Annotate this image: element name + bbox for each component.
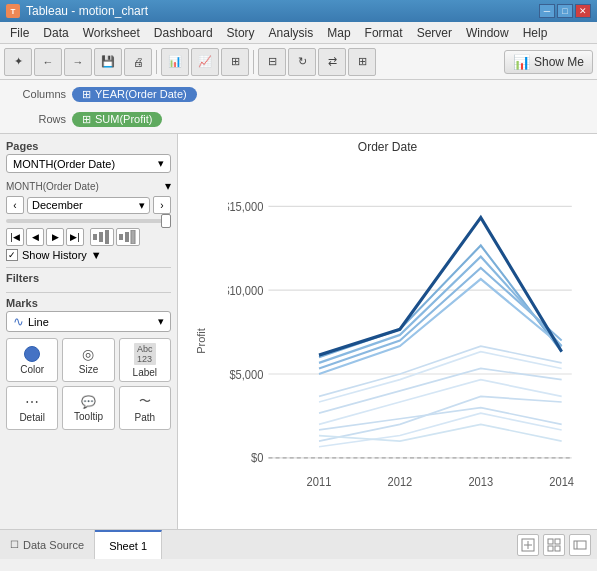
marks-tooltip-button[interactable]: 💬 Tooltip <box>62 386 114 430</box>
svg-text:2014: 2014 <box>549 474 574 488</box>
play-prev-button[interactable]: ◀ <box>26 228 44 246</box>
timeline-slider-thumb[interactable] <box>161 214 171 228</box>
menu-worksheet[interactable]: Worksheet <box>77 24 146 42</box>
marks-color-button[interactable]: Color <box>6 338 58 382</box>
pages-dropdown[interactable]: MONTH(Order Date) ▾ <box>6 154 171 173</box>
svg-rect-1 <box>99 232 103 242</box>
marks-color-label: Color <box>20 364 44 375</box>
marks-size-label: Size <box>79 364 98 375</box>
speed-slow-button[interactable] <box>90 228 114 246</box>
close-button[interactable]: ✕ <box>575 4 591 18</box>
line-chart-icon: ∿ <box>13 314 24 329</box>
marks-grid: Color ◎ Size Abc123 Label ⋯ Detail 💬 Too… <box>6 338 171 430</box>
path-icon: 〜 <box>139 393 151 410</box>
toolbar-chart-btn1[interactable]: 📊 <box>161 48 189 76</box>
svg-text:$5,000: $5,000 <box>229 367 263 381</box>
svg-rect-0 <box>93 234 97 240</box>
color-circle-icon <box>24 346 40 362</box>
new-sheet-button[interactable] <box>517 534 539 556</box>
data-source-tab[interactable]: ☐ Data Source <box>0 530 95 559</box>
toolbar-refresh-btn[interactable]: ↻ <box>288 48 316 76</box>
month-value-arrow: ▾ <box>139 199 145 212</box>
menu-window[interactable]: Window <box>460 24 515 42</box>
datasource-checkbox-icon: ☐ <box>10 539 19 550</box>
speed-medium-button[interactable] <box>116 228 140 246</box>
play-button[interactable]: ▶ <box>46 228 64 246</box>
toolbar-sort-btn[interactable]: ⊞ <box>348 48 376 76</box>
marks-label-button[interactable]: Abc123 Label <box>119 338 171 382</box>
toolbar: ✦ ← → 💾 🖨 📊 📈 ⊞ ⊟ ↻ ⇄ ⊞ 📊 Show Me <box>0 44 597 80</box>
marks-detail-button[interactable]: ⋯ Detail <box>6 386 58 430</box>
maximize-button[interactable]: □ <box>557 4 573 18</box>
menu-server[interactable]: Server <box>411 24 458 42</box>
svg-text:2011: 2011 <box>307 474 332 488</box>
new-story-button[interactable] <box>569 534 591 556</box>
filters-section: Filters <box>6 267 171 286</box>
menu-dashboard[interactable]: Dashboard <box>148 24 219 42</box>
show-me-button[interactable]: 📊 Show Me <box>504 50 593 74</box>
rows-pill-plus: ⊞ <box>82 113 91 126</box>
menu-help[interactable]: Help <box>517 24 554 42</box>
new-dashboard-button[interactable] <box>543 534 565 556</box>
svg-text:$0: $0 <box>251 451 264 465</box>
svg-rect-23 <box>555 539 560 544</box>
playback-controls: |◀ ◀ ▶ ▶| <box>6 228 171 246</box>
show-history-checkbox[interactable]: ✓ <box>6 249 18 261</box>
month-prev-button[interactable]: ‹ <box>6 196 24 214</box>
marks-detail-label: Detail <box>19 412 45 423</box>
toolbar-forward-button[interactable]: → <box>64 48 92 76</box>
play-to-start-button[interactable]: |◀ <box>6 228 24 246</box>
columns-pill[interactable]: ⊞ YEAR(Order Date) <box>72 87 197 102</box>
menu-format[interactable]: Format <box>359 24 409 42</box>
bottom-tabs: ☐ Data Source Sheet 1 <box>0 529 597 559</box>
columns-pill-text: YEAR(Order Date) <box>95 88 187 100</box>
toolbar-filter-btn[interactable]: ⊟ <box>258 48 286 76</box>
svg-rect-25 <box>555 546 560 551</box>
svg-rect-24 <box>548 546 553 551</box>
show-history-chevron: ▼ <box>91 249 102 261</box>
minimize-button[interactable]: ─ <box>539 4 555 18</box>
rows-label: Rows <box>6 113 66 125</box>
svg-rect-26 <box>574 541 586 549</box>
marks-size-button[interactable]: ◎ Size <box>62 338 114 382</box>
pages-label: Pages <box>6 140 171 152</box>
toolbar-new-button[interactable]: ✦ <box>4 48 32 76</box>
menu-story[interactable]: Story <box>221 24 261 42</box>
menu-analysis[interactable]: Analysis <box>263 24 320 42</box>
toolbar-swap-btn[interactable]: ⇄ <box>318 48 346 76</box>
rows-pill[interactable]: ⊞ SUM(Profit) <box>72 112 162 127</box>
play-next-button[interactable]: ▶| <box>66 228 84 246</box>
month-value-dropdown[interactable]: December ▾ <box>27 197 150 214</box>
month-dropdown-label: MONTH(Order Date) <box>6 181 162 192</box>
chart-wrapper: Order Date Profit $0 $5,000 $10,000 $15,… <box>178 134 597 529</box>
timeline-slider-track[interactable] <box>6 219 171 223</box>
menu-data[interactable]: Data <box>37 24 74 42</box>
month-nav-row: ‹ December ▾ › <box>6 196 171 214</box>
marks-section: Marks ∿ Line ▾ Color ◎ Size Abc123 Label <box>6 292 171 430</box>
month-label-row: MONTH(Order Date) ▾ <box>6 179 171 193</box>
toolbar-chart-btn2[interactable]: 📈 <box>191 48 219 76</box>
toolbar-print-button[interactable]: 🖨 <box>124 48 152 76</box>
svg-rect-22 <box>548 539 553 544</box>
marks-path-button[interactable]: 〜 Path <box>119 386 171 430</box>
toolbar-back-button[interactable]: ← <box>34 48 62 76</box>
chart-inner: Profit $0 $5,000 $10,000 $15,000 2011 20… <box>178 156 597 525</box>
marks-type-dropdown[interactable]: ∿ Line ▾ <box>6 311 171 332</box>
month-dropdown-arrow: ▾ <box>165 179 171 193</box>
menu-file[interactable]: File <box>4 24 35 42</box>
toolbar-separator-2 <box>253 50 254 74</box>
marks-type-text: Line <box>28 316 49 328</box>
columns-shelf: Columns ⊞ YEAR(Order Date) <box>6 83 591 105</box>
menu-map[interactable]: Map <box>321 24 356 42</box>
title-bar: T Tableau - motion_chart ─ □ ✕ <box>0 0 597 22</box>
show-history-control[interactable]: ✓ Show History ▼ <box>6 249 171 261</box>
marks-label: Marks <box>6 297 171 309</box>
sheet1-tab[interactable]: Sheet 1 <box>95 530 162 559</box>
month-next-button[interactable]: › <box>153 196 171 214</box>
detail-icon: ⋯ <box>25 394 39 410</box>
chart-svg: $0 $5,000 $10,000 $15,000 2011 2012 2013… <box>228 156 592 525</box>
toolbar-chart-btn3[interactable]: ⊞ <box>221 48 249 76</box>
left-panel: Pages MONTH(Order Date) ▾ MONTH(Order Da… <box>0 134 178 529</box>
svg-text:$10,000: $10,000 <box>228 283 264 297</box>
toolbar-save-button[interactable]: 💾 <box>94 48 122 76</box>
